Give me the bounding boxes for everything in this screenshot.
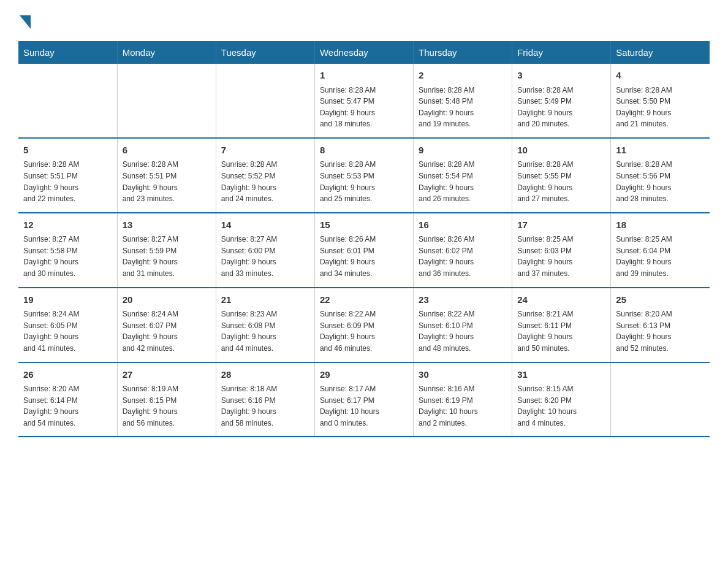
day-number: 11 bbox=[616, 144, 705, 158]
calendar-cell: 13Sunrise: 8:27 AM Sunset: 5:59 PM Dayli… bbox=[117, 213, 216, 288]
day-number: 19 bbox=[23, 293, 112, 307]
day-header-thursday: Thursday bbox=[414, 41, 512, 64]
calendar-cell: 24Sunrise: 8:21 AM Sunset: 6:11 PM Dayli… bbox=[512, 288, 611, 362]
day-number: 30 bbox=[419, 368, 507, 382]
day-info: Sunrise: 8:19 AM Sunset: 6:15 PM Dayligh… bbox=[123, 383, 211, 429]
calendar-cell: 12Sunrise: 8:27 AM Sunset: 5:58 PM Dayli… bbox=[18, 213, 117, 288]
day-number: 17 bbox=[517, 218, 605, 232]
calendar-cell: 17Sunrise: 8:25 AM Sunset: 6:03 PM Dayli… bbox=[512, 213, 611, 288]
calendar-cell: 27Sunrise: 8:19 AM Sunset: 6:15 PM Dayli… bbox=[117, 362, 216, 437]
day-number: 20 bbox=[123, 293, 211, 307]
day-number: 4 bbox=[616, 69, 705, 83]
calendar-cell: 8Sunrise: 8:28 AM Sunset: 5:53 PM Daylig… bbox=[314, 138, 413, 213]
calendar-week-1: 1Sunrise: 8:28 AM Sunset: 5:47 PM Daylig… bbox=[18, 64, 710, 138]
day-info: Sunrise: 8:22 AM Sunset: 6:10 PM Dayligh… bbox=[419, 308, 507, 354]
day-info: Sunrise: 8:26 AM Sunset: 6:02 PM Dayligh… bbox=[419, 234, 507, 279]
day-info: Sunrise: 8:28 AM Sunset: 5:51 PM Dayligh… bbox=[23, 159, 112, 204]
day-info: Sunrise: 8:17 AM Sunset: 6:17 PM Dayligh… bbox=[320, 383, 408, 429]
day-info: Sunrise: 8:28 AM Sunset: 5:47 PM Dayligh… bbox=[320, 85, 408, 130]
day-number: 8 bbox=[320, 144, 408, 158]
day-number: 18 bbox=[616, 218, 705, 232]
calendar-cell: 20Sunrise: 8:24 AM Sunset: 6:07 PM Dayli… bbox=[117, 288, 216, 362]
calendar-week-5: 26Sunrise: 8:20 AM Sunset: 6:14 PM Dayli… bbox=[18, 362, 710, 437]
day-info: Sunrise: 8:23 AM Sunset: 6:08 PM Dayligh… bbox=[221, 308, 309, 354]
day-info: Sunrise: 8:15 AM Sunset: 6:20 PM Dayligh… bbox=[517, 383, 605, 429]
day-number: 21 bbox=[221, 293, 309, 307]
day-number: 24 bbox=[517, 293, 605, 307]
day-number: 6 bbox=[123, 144, 211, 158]
day-info: Sunrise: 8:28 AM Sunset: 5:53 PM Dayligh… bbox=[320, 159, 408, 204]
day-header-friday: Friday bbox=[512, 41, 611, 64]
day-info: Sunrise: 8:28 AM Sunset: 5:52 PM Dayligh… bbox=[221, 159, 309, 204]
calendar-cell: 21Sunrise: 8:23 AM Sunset: 6:08 PM Dayli… bbox=[216, 288, 314, 362]
day-info: Sunrise: 8:27 AM Sunset: 5:59 PM Dayligh… bbox=[123, 234, 211, 279]
day-header-sunday: Sunday bbox=[18, 41, 117, 64]
day-header-wednesday: Wednesday bbox=[314, 41, 413, 64]
day-info: Sunrise: 8:25 AM Sunset: 6:03 PM Dayligh… bbox=[517, 234, 605, 279]
day-number: 25 bbox=[616, 293, 705, 307]
day-info: Sunrise: 8:28 AM Sunset: 5:51 PM Dayligh… bbox=[123, 159, 211, 204]
day-number: 16 bbox=[419, 218, 507, 232]
calendar-cell: 16Sunrise: 8:26 AM Sunset: 6:02 PM Dayli… bbox=[414, 213, 512, 288]
day-number: 26 bbox=[23, 368, 112, 382]
day-number: 14 bbox=[221, 218, 309, 232]
day-info: Sunrise: 8:22 AM Sunset: 6:09 PM Dayligh… bbox=[320, 308, 408, 354]
day-number: 1 bbox=[320, 69, 408, 83]
day-info: Sunrise: 8:16 AM Sunset: 6:19 PM Dayligh… bbox=[419, 383, 507, 429]
calendar-cell: 23Sunrise: 8:22 AM Sunset: 6:10 PM Dayli… bbox=[414, 288, 512, 362]
day-info: Sunrise: 8:24 AM Sunset: 6:07 PM Dayligh… bbox=[123, 308, 211, 354]
day-info: Sunrise: 8:20 AM Sunset: 6:14 PM Dayligh… bbox=[23, 383, 112, 429]
calendar-cell: 28Sunrise: 8:18 AM Sunset: 6:16 PM Dayli… bbox=[216, 362, 314, 437]
day-info: Sunrise: 8:24 AM Sunset: 6:05 PM Dayligh… bbox=[23, 308, 112, 354]
logo bbox=[18, 12, 31, 29]
calendar-cell: 25Sunrise: 8:20 AM Sunset: 6:13 PM Dayli… bbox=[611, 288, 710, 362]
logo-triangle-icon bbox=[20, 15, 31, 29]
calendar-cell: 29Sunrise: 8:17 AM Sunset: 6:17 PM Dayli… bbox=[314, 362, 413, 437]
day-number: 13 bbox=[123, 218, 211, 232]
day-info: Sunrise: 8:20 AM Sunset: 6:13 PM Dayligh… bbox=[616, 308, 705, 354]
day-header-saturday: Saturday bbox=[611, 41, 710, 64]
calendar-cell: 7Sunrise: 8:28 AM Sunset: 5:52 PM Daylig… bbox=[216, 138, 314, 213]
calendar-cell: 10Sunrise: 8:28 AM Sunset: 5:55 PM Dayli… bbox=[512, 138, 611, 213]
calendar-cell: 11Sunrise: 8:28 AM Sunset: 5:56 PM Dayli… bbox=[611, 138, 710, 213]
calendar-cell: 18Sunrise: 8:25 AM Sunset: 6:04 PM Dayli… bbox=[611, 213, 710, 288]
calendar-header-row: SundayMondayTuesdayWednesdayThursdayFrid… bbox=[18, 41, 710, 64]
day-info: Sunrise: 8:28 AM Sunset: 5:56 PM Dayligh… bbox=[616, 159, 705, 204]
calendar-cell: 19Sunrise: 8:24 AM Sunset: 6:05 PM Dayli… bbox=[18, 288, 117, 362]
calendar-cell: 1Sunrise: 8:28 AM Sunset: 5:47 PM Daylig… bbox=[314, 64, 413, 138]
calendar-cell: 3Sunrise: 8:28 AM Sunset: 5:49 PM Daylig… bbox=[512, 64, 611, 138]
calendar-cell: 9Sunrise: 8:28 AM Sunset: 5:54 PM Daylig… bbox=[414, 138, 512, 213]
calendar-week-2: 5Sunrise: 8:28 AM Sunset: 5:51 PM Daylig… bbox=[18, 138, 710, 213]
day-info: Sunrise: 8:25 AM Sunset: 6:04 PM Dayligh… bbox=[616, 234, 705, 279]
calendar-cell bbox=[117, 64, 216, 138]
day-info: Sunrise: 8:21 AM Sunset: 6:11 PM Dayligh… bbox=[517, 308, 605, 354]
day-number: 9 bbox=[419, 144, 507, 158]
day-number: 2 bbox=[419, 69, 507, 83]
calendar-cell bbox=[18, 64, 117, 138]
day-info: Sunrise: 8:18 AM Sunset: 6:16 PM Dayligh… bbox=[221, 383, 309, 429]
day-header-tuesday: Tuesday bbox=[216, 41, 314, 64]
day-info: Sunrise: 8:28 AM Sunset: 5:54 PM Dayligh… bbox=[419, 159, 507, 204]
day-number: 31 bbox=[517, 368, 605, 382]
calendar-cell: 6Sunrise: 8:28 AM Sunset: 5:51 PM Daylig… bbox=[117, 138, 216, 213]
day-info: Sunrise: 8:28 AM Sunset: 5:49 PM Dayligh… bbox=[517, 85, 605, 130]
calendar-week-3: 12Sunrise: 8:27 AM Sunset: 5:58 PM Dayli… bbox=[18, 213, 710, 288]
day-info: Sunrise: 8:27 AM Sunset: 6:00 PM Dayligh… bbox=[221, 234, 309, 279]
calendar-table: SundayMondayTuesdayWednesdayThursdayFrid… bbox=[18, 41, 710, 437]
calendar-cell: 31Sunrise: 8:15 AM Sunset: 6:20 PM Dayli… bbox=[512, 362, 611, 437]
calendar-cell: 4Sunrise: 8:28 AM Sunset: 5:50 PM Daylig… bbox=[611, 64, 710, 138]
day-number: 28 bbox=[221, 368, 309, 382]
calendar-cell: 26Sunrise: 8:20 AM Sunset: 6:14 PM Dayli… bbox=[18, 362, 117, 437]
calendar-cell: 5Sunrise: 8:28 AM Sunset: 5:51 PM Daylig… bbox=[18, 138, 117, 213]
calendar-cell: 15Sunrise: 8:26 AM Sunset: 6:01 PM Dayli… bbox=[314, 213, 413, 288]
day-number: 15 bbox=[320, 218, 408, 232]
calendar-cell: 30Sunrise: 8:16 AM Sunset: 6:19 PM Dayli… bbox=[414, 362, 512, 437]
day-info: Sunrise: 8:28 AM Sunset: 5:55 PM Dayligh… bbox=[517, 159, 605, 204]
calendar-cell bbox=[611, 362, 710, 437]
day-info: Sunrise: 8:26 AM Sunset: 6:01 PM Dayligh… bbox=[320, 234, 408, 279]
calendar-week-4: 19Sunrise: 8:24 AM Sunset: 6:05 PM Dayli… bbox=[18, 288, 710, 362]
calendar-cell: 2Sunrise: 8:28 AM Sunset: 5:48 PM Daylig… bbox=[414, 64, 512, 138]
day-header-monday: Monday bbox=[117, 41, 216, 64]
day-number: 27 bbox=[123, 368, 211, 382]
day-number: 12 bbox=[23, 218, 112, 232]
